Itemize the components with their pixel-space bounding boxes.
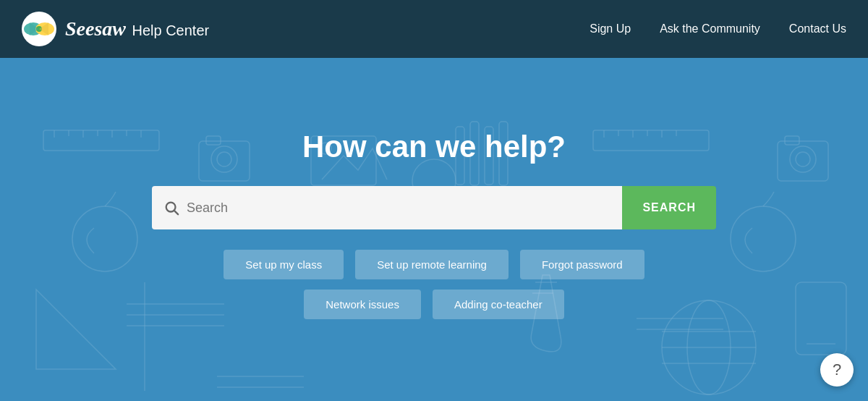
quick-link-set-up-class[interactable]: Set up my class (224, 250, 344, 279)
search-button[interactable]: SEARCH (622, 186, 716, 229)
quick-link-network-issues[interactable]: Network issues (304, 290, 421, 319)
quick-links-row-1: Set up my class Set up remote learning F… (224, 250, 644, 279)
quick-link-forgot-password[interactable]: Forgot password (520, 250, 644, 279)
search-icon (163, 200, 179, 216)
search-input-wrapper (152, 186, 622, 229)
hero-content: How can we help? SEARCH Set up my class … (0, 130, 868, 329)
svg-line-56 (175, 211, 179, 215)
svg-point-55 (166, 203, 176, 212)
search-input[interactable] (187, 186, 610, 229)
hero-title: How can we help? (302, 130, 566, 164)
help-fab-button[interactable]: ? (820, 353, 854, 387)
brand-subtitle: Help Center (132, 22, 209, 38)
brand-text: Seesaw Help Center (65, 17, 209, 41)
search-container: SEARCH (152, 186, 716, 229)
nav-ask-community[interactable]: Ask the Community (660, 22, 760, 35)
quick-link-adding-coteacher[interactable]: Adding co-teacher (433, 290, 564, 319)
navbar-links: Sign Up Ask the Community Contact Us (590, 22, 846, 35)
brand-name: Seesaw (65, 17, 126, 40)
nav-sign-up[interactable]: Sign Up (590, 22, 631, 35)
brand: Seesaw Help Center (22, 12, 209, 46)
help-icon: ? (833, 360, 841, 379)
logo-svg (23, 13, 55, 45)
quick-links-row-2: Network issues Adding co-teacher (304, 290, 563, 319)
nav-contact-us[interactable]: Contact Us (789, 22, 846, 35)
hero-section: How can we help? SEARCH Set up my class … (0, 58, 868, 401)
navbar: Seesaw Help Center Sign Up Ask the Commu… (0, 0, 868, 58)
quick-link-set-up-remote[interactable]: Set up remote learning (355, 250, 509, 279)
logo-icon (22, 12, 56, 46)
